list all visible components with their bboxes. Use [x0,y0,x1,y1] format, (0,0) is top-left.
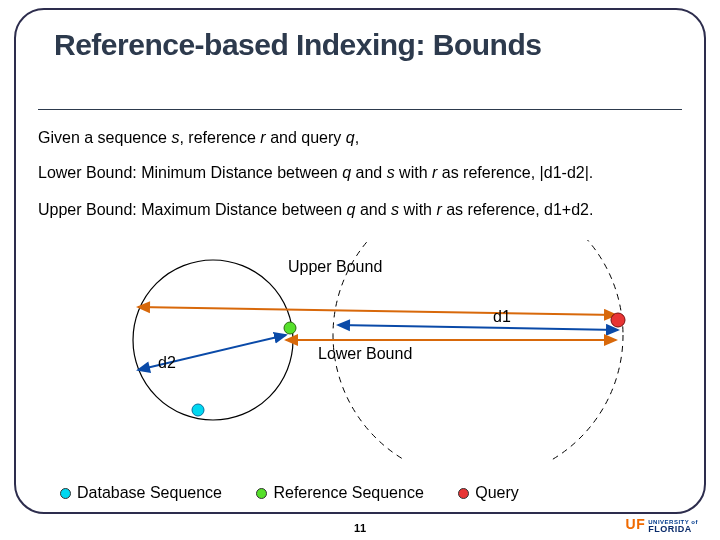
var-q: q [346,129,355,146]
txt: as reference, d1+d2. [442,201,594,218]
d2-label: d2 [158,354,176,372]
bounds-diagram: Upper Bound d1 Lower Bound d2 [38,240,680,460]
txt: Given a sequence [38,129,171,146]
txt: as reference, |d1-d2|. [437,164,593,181]
txt: with [399,201,436,218]
uf-logo: UF UNIVERSITY of FLORIDA [626,516,698,534]
title-rule [38,109,682,110]
reference-point [284,322,296,334]
page-number: 11 [354,522,366,534]
var-q: q [347,201,356,218]
given-line: Given a sequence s, reference r and quer… [38,128,680,149]
txt: Lower Bound: Minimum Distance between [38,164,342,181]
txt: , reference [179,129,260,146]
txt: and [351,164,387,181]
legend-query-label: Query [475,484,519,501]
var-s: s [391,201,399,218]
txt: and [356,201,392,218]
legend-ref-label: Reference Sequence [273,484,423,501]
d1-arrow [338,325,618,330]
ref-dot-icon [256,488,267,499]
upper-bound-line: Upper Bound: Maximum Distance between q … [38,200,680,221]
upper-bound-arrow [138,307,616,315]
uf-florida: FLORIDA [648,524,692,534]
query-point [611,313,625,327]
database-point [192,404,204,416]
legend-db: Database Sequence [60,484,222,502]
legend-query: Query [458,484,519,502]
d1-label: d1 [493,308,511,326]
txt: and query [266,129,346,146]
uf-mark: UF [626,516,646,532]
db-dot-icon [60,488,71,499]
txt: , [355,129,359,146]
legend-db-label: Database Sequence [77,484,222,501]
upper-bound-label: Upper Bound [288,258,382,276]
query-dot-icon [458,488,469,499]
txt: Upper Bound: Maximum Distance between [38,201,347,218]
txt: with [395,164,432,181]
var-q: q [342,164,351,181]
legend: Database Sequence Reference Sequence Que… [60,484,549,502]
lower-bound-label: Lower Bound [318,345,412,363]
legend-ref: Reference Sequence [256,484,423,502]
lower-bound-line: Lower Bound: Minimum Distance between q … [38,163,680,184]
slide-title: Reference-based Indexing: Bounds [54,28,660,62]
var-s: s [387,164,395,181]
